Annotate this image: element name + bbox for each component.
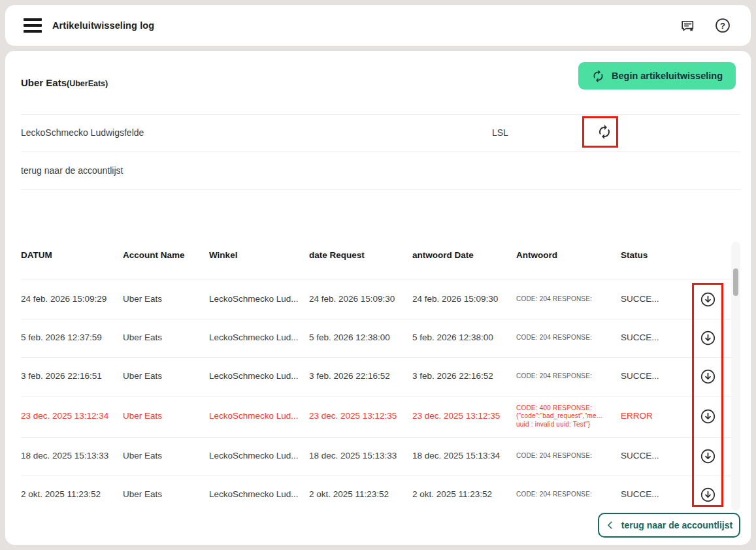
download-log-button[interactable] [699, 447, 717, 465]
cell-antwoord-date: 3 feb. 2026 22:16:52 [412, 371, 516, 382]
cell-date-request: 18 dec. 2025 15:13:33 [309, 451, 412, 462]
cell-datum: 5 feb. 2026 12:37:59 [21, 332, 123, 344]
scrollbar-track [731, 242, 740, 511]
chevron-left-icon [606, 521, 615, 530]
cell-account: Uber Eats [123, 451, 209, 462]
scrollbar-thumb[interactable] [733, 268, 738, 296]
table-row: 2 okt. 2025 11:23:52 Uber Eats LeckoSchm… [5, 476, 751, 514]
back-to-accountlist-link[interactable]: terug naar de accountlijst [21, 165, 123, 176]
account-title: Uber Eats(UberEats) [21, 77, 108, 88]
cell-status: ERROR [621, 411, 692, 422]
cell-winkel: LeckoSchmecko Lud... [209, 451, 309, 462]
cell-date-request: 5 feb. 2026 12:38:00 [309, 332, 412, 344]
cell-date-request: 24 feb. 2026 15:09:30 [309, 294, 412, 305]
cell-winkel: LeckoSchmecko Lud... [209, 332, 309, 344]
page-title: Artikeluitwisseling log [52, 20, 154, 31]
cell-status: SUCCE... [621, 332, 692, 344]
cell-winkel: LeckoSchmecko Lud... [209, 411, 309, 422]
cell-datum: 2 okt. 2025 11:23:52 [21, 489, 123, 500]
cell-datum: 23 dec. 2025 13:12:34 [21, 411, 123, 422]
cell-datum: 3 feb. 2026 22:16:51 [21, 371, 123, 382]
cell-antwoord: CODE: 204 RESPONSE: [516, 334, 621, 342]
column-header-date-request: date Request [309, 250, 412, 260]
download-icon [699, 329, 717, 347]
back-to-accountlist-button[interactable]: terug naar de accountlijst [598, 513, 740, 538]
cell-antwoord-date: 23 dec. 2025 13:12:35 [412, 411, 516, 422]
cell-antwoord-date: 24 feb. 2026 15:09:30 [412, 294, 516, 305]
cell-antwoord: CODE: 400 RESPONSE: {"code":"bad_request… [516, 404, 621, 429]
cell-antwoord-date: 2 okt. 2025 11:23:52 [412, 489, 516, 500]
cell-account: Uber Eats [123, 294, 209, 305]
help-icon[interactable]: ? [714, 17, 731, 34]
top-app-bar: Artikeluitwisseling log ? [5, 5, 751, 46]
cell-antwoord: CODE: 204 RESPONSE: [516, 372, 621, 381]
cell-datum: 24 feb. 2026 15:09:29 [21, 294, 123, 305]
download-icon [699, 447, 717, 465]
sync-icon [591, 69, 605, 83]
column-header-antwoord: Antwoord [516, 250, 621, 260]
cell-status: SUCCE... [621, 451, 692, 462]
divider [21, 152, 740, 152]
cell-account: Uber Eats [123, 489, 209, 500]
account-code: (UberEats) [67, 79, 108, 88]
cell-account: Uber Eats [123, 411, 209, 422]
download-log-button[interactable] [699, 329, 717, 347]
store-code: LSL [492, 127, 508, 138]
store-sync-button[interactable] [597, 124, 612, 140]
cell-antwoord-date: 18 dec. 2025 15:13:34 [412, 451, 516, 462]
column-header-datum: DATUM [21, 250, 123, 260]
cell-winkel: LeckoSchmecko Lud... [209, 294, 309, 305]
cell-account: Uber Eats [123, 371, 209, 382]
cell-antwoord: CODE: 204 RESPONSE: [516, 295, 621, 304]
cell-datum: 18 dec. 2025 15:13:33 [21, 451, 123, 462]
divider [21, 189, 740, 190]
cell-date-request: 3 feb. 2026 22:16:52 [309, 371, 412, 382]
cell-antwoord-date: 5 feb. 2026 12:38:00 [412, 332, 516, 344]
download-log-button[interactable] [699, 486, 717, 504]
cell-winkel: LeckoSchmecko Lud... [209, 371, 309, 382]
begin-artikeluitwisseling-button[interactable]: Begin artikeluitwisseling [578, 62, 736, 89]
log-panel: Uber Eats(UberEats) Begin artikeluitwiss… [5, 51, 751, 545]
table-row: 5 feb. 2026 12:37:59 Uber Eats LeckoSchm… [5, 319, 751, 357]
feedback-star-icon[interactable] [679, 17, 696, 34]
cell-winkel: LeckoSchmecko Lud... [209, 489, 309, 500]
cell-status: SUCCE... [621, 294, 692, 305]
download-log-button[interactable] [699, 368, 717, 385]
divider [21, 114, 740, 115]
download-log-button[interactable] [699, 408, 717, 425]
table-header-row: DATUM Account Name Winkel date Request a… [5, 236, 751, 273]
column-header-winkel: Winkel [209, 250, 309, 260]
table-row: 24 feb. 2026 15:09:29 Uber Eats LeckoSch… [5, 280, 751, 319]
cell-status: SUCCE... [621, 371, 692, 382]
download-log-button[interactable] [699, 291, 717, 308]
table-row: 3 feb. 2026 22:16:51 Uber Eats LeckoSchm… [5, 357, 751, 396]
download-icon [699, 486, 717, 504]
cell-status: SUCCE... [621, 489, 692, 500]
cell-antwoord: CODE: 204 RESPONSE: [516, 452, 621, 461]
sync-icon [597, 124, 612, 140]
svg-text:?: ? [720, 21, 725, 31]
table-row-error: 23 dec. 2025 13:12:34 Uber Eats LeckoSch… [5, 396, 751, 437]
column-header-antwoord-date: antwoord Date [412, 250, 516, 260]
column-header-account-name: Account Name [123, 250, 209, 260]
cell-account: Uber Eats [123, 332, 209, 344]
cell-date-request: 2 okt. 2025 11:23:52 [309, 489, 412, 500]
column-header-status: Status [621, 250, 692, 260]
table-row: 18 dec. 2025 15:13:33 Uber Eats LeckoSch… [5, 437, 751, 476]
cell-antwoord: CODE: 204 RESPONSE: [516, 491, 621, 499]
store-name: LeckoSchmecko Ludwigsfelde [21, 127, 144, 138]
download-icon [699, 368, 717, 385]
download-icon [699, 291, 717, 308]
download-icon [699, 408, 717, 425]
hamburger-menu-icon[interactable] [24, 18, 42, 33]
cell-date-request: 23 dec. 2025 13:12:35 [309, 411, 412, 422]
